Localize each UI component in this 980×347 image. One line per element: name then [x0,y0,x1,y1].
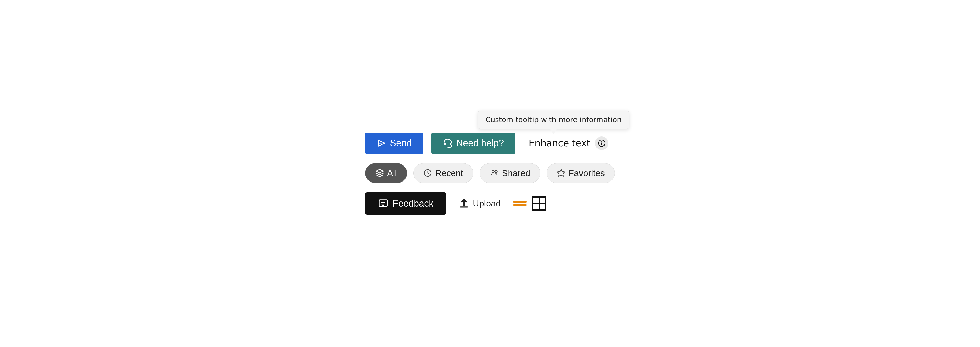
grid-cell-4 [539,203,545,210]
feedback-icon [378,198,388,208]
view-toggle-group [513,196,546,211]
grid-cell-1 [533,197,539,203]
send-label: Send [390,138,412,149]
headset-icon [443,138,453,148]
svg-rect-1 [450,143,451,145]
clock-icon [423,169,432,177]
filter-row: All Recent Shared Favorites [365,163,615,183]
upload-label: Upload [473,198,501,208]
pill-shared-label: Shared [502,168,530,178]
upload-icon [459,198,469,209]
tooltip-text: Custom tooltip with more information [485,115,622,124]
feedback-label: Feedback [393,198,433,209]
toolbar-row: Feedback Upload [365,192,615,215]
pill-favorites[interactable]: Favorites [547,163,615,183]
grid-cell-3 [533,203,539,210]
info-icon [598,139,606,147]
enhance-label: Enhance text [529,138,590,149]
feedback-button[interactable]: Feedback [365,192,446,215]
tooltip-box: Custom tooltip with more information [478,110,629,129]
tooltip-wrapper: Custom tooltip with more information [595,136,608,150]
upload-button[interactable]: Upload [459,198,501,209]
list-line-1 [513,201,527,203]
svg-point-2 [447,147,449,148]
svg-rect-0 [444,143,445,145]
pill-recent-label: Recent [435,168,463,178]
grid-cell-2 [539,197,545,203]
action-row: Send Need help? Enhance text [365,133,615,154]
pill-recent[interactable]: Recent [413,163,473,183]
svg-point-5 [601,141,602,142]
send-icon [377,139,387,148]
cube-icon [375,169,384,177]
pill-all[interactable]: All [365,163,407,183]
star-icon [557,169,565,177]
shared-icon [490,169,499,177]
list-line-2 [513,204,527,206]
svg-point-8 [495,170,497,173]
pill-favorites-label: Favorites [568,168,605,178]
help-label: Need help? [456,138,504,149]
pill-all-label: All [387,168,397,178]
grid-view-button[interactable] [532,196,546,211]
list-view-button[interactable] [513,201,527,206]
svg-point-7 [492,170,494,173]
main-container: Send Need help? Enhance text [344,117,636,230]
send-button[interactable]: Send [365,133,423,154]
pill-shared[interactable]: Shared [479,163,541,183]
enhance-group: Enhance text Custom tooltip with more in… [529,136,608,150]
help-button[interactable]: Need help? [431,133,515,154]
info-button[interactable] [595,136,608,150]
